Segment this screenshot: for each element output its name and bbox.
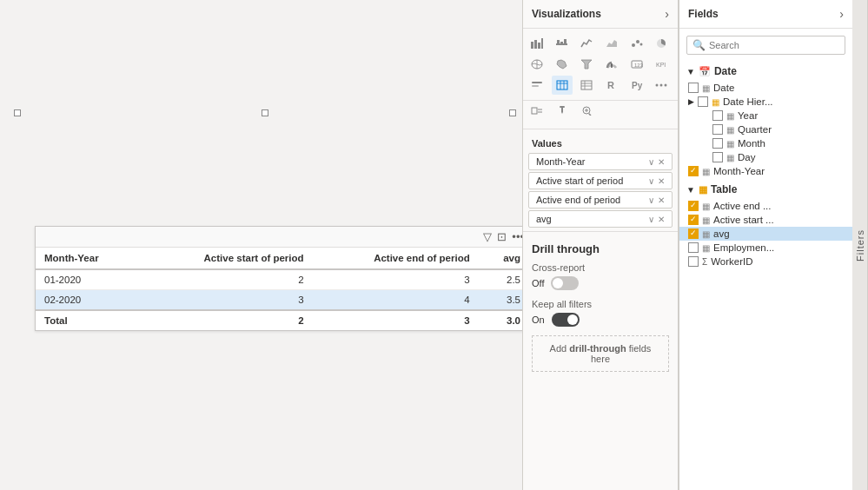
viz-icon-r[interactable]: R — [601, 76, 622, 95]
viz-field-icons-2: ∨ ✕ — [648, 195, 665, 205]
field-check-month[interactable] — [712, 138, 723, 149]
svg-rect-0 — [531, 42, 533, 49]
field-check-day[interactable] — [712, 152, 723, 162]
fields-close-icon[interactable]: › — [839, 7, 844, 21]
field-item-employment[interactable]: ▦ Employmen... — [679, 241, 852, 255]
field-x-icon-3[interactable]: ✕ — [658, 215, 665, 224]
table-group-icon: ▦ — [699, 184, 707, 195]
field-check-avg[interactable] — [688, 228, 699, 239]
field-check-month-year[interactable] — [688, 166, 699, 176]
field-group-date-header[interactable]: ▼ 📅 Date — [679, 62, 852, 81]
field-icon-month: ▦ — [726, 139, 734, 149]
field-label-workerid: WorkerID — [711, 256, 752, 267]
field-check-employment[interactable] — [688, 242, 699, 253]
viz-icon-gauge[interactable] — [601, 55, 622, 74]
field-item-month[interactable]: ▦ Month — [679, 136, 852, 150]
field-item-year[interactable]: ▦ Year — [679, 109, 852, 122]
viz-icon-kpi[interactable]: KPI — [651, 55, 672, 74]
viz-icon-pie[interactable] — [651, 34, 672, 53]
viz-field-avg[interactable]: avg ∨ ✕ — [528, 210, 673, 228]
viz-icon-matrix[interactable] — [576, 76, 597, 95]
viz-icon-line[interactable] — [576, 34, 597, 53]
viz-panel-close-icon[interactable]: › — [665, 7, 669, 21]
keep-filters-toggle[interactable] — [552, 313, 580, 327]
viz-icon-map[interactable] — [527, 55, 547, 74]
fields-search-input[interactable] — [709, 40, 839, 50]
svg-text:123: 123 — [634, 63, 643, 68]
viz-icon-funnel[interactable] — [576, 55, 597, 74]
field-x-icon-1[interactable]: ✕ — [658, 176, 665, 186]
field-item-quarter[interactable]: ▦ Quarter — [679, 122, 852, 136]
svg-rect-20 — [532, 82, 542, 83]
chevron-right-icon: ▶ — [688, 97, 694, 106]
svg-point-11 — [639, 43, 642, 46]
viz-icon-column[interactable] — [552, 34, 573, 53]
viz-icon-area[interactable] — [601, 34, 622, 53]
field-item-active-end[interactable]: ▦ Active end ... — [679, 199, 852, 213]
field-dropdown-icon-0[interactable]: ∨ — [648, 157, 654, 167]
table-visual: ▽ ⊡ ••• Month-Year Active start of perio… — [35, 226, 530, 331]
viz-icon-python[interactable]: Py — [626, 76, 647, 95]
field-item-avg[interactable]: ▦ avg — [679, 227, 852, 241]
field-dropdown-icon-1[interactable]: ∨ — [648, 176, 654, 186]
viz-icon-card[interactable]: 123 — [626, 55, 647, 74]
viz-field-active-end[interactable]: Active end of period ∨ ✕ — [528, 191, 673, 209]
svg-rect-38 — [560, 106, 565, 108]
add-drill-through-box[interactable]: Add drill-through fields here — [532, 335, 669, 372]
field-item-date[interactable]: ▦ Date — [679, 81, 852, 95]
total-label: Total — [36, 310, 141, 330]
field-x-icon-2[interactable]: ✕ — [658, 195, 665, 205]
field-x-icon-0[interactable]: ✕ — [658, 157, 665, 167]
viz-field-active-start[interactable]: Active start of period ∨ ✕ — [528, 172, 673, 189]
field-label-avg-field: avg — [713, 228, 730, 239]
svg-line-40 — [589, 114, 591, 116]
drill-through-title: Drill through — [532, 242, 669, 255]
cross-report-toggle[interactable] — [551, 276, 579, 290]
viz-field-month-year[interactable]: Month-Year ∨ ✕ — [528, 153, 673, 170]
field-check-year[interactable] — [712, 110, 723, 121]
field-check-date[interactable] — [688, 83, 699, 93]
field-dropdown-icon-2[interactable]: ∨ — [648, 195, 654, 205]
total-active-end: 3 — [313, 310, 479, 330]
field-check-active-end[interactable] — [688, 201, 699, 211]
field-dropdown-icon-3[interactable]: ∨ — [648, 215, 654, 224]
field-item-month-year[interactable]: ▦ Month-Year — [679, 164, 852, 178]
table-toolbar: ▽ ⊡ ••• — [36, 227, 529, 248]
table-row[interactable]: 01-2020 2 3 2.5 — [36, 269, 529, 290]
viz-icon-bar[interactable] — [527, 34, 547, 53]
field-check-active-start[interactable] — [688, 215, 699, 225]
cell-active-start-1: 2 — [141, 269, 313, 290]
cross-report-off-label: Off — [532, 278, 544, 288]
resize-handle-bl[interactable] — [14, 109, 21, 116]
viz-icon-format[interactable] — [527, 101, 547, 120]
viz-icon-slicer[interactable] — [527, 76, 547, 95]
field-item-workerid[interactable]: Σ WorkerID — [679, 255, 852, 268]
filter-icon[interactable]: ▽ — [483, 230, 492, 243]
fields-search-box[interactable]: 🔍 — [686, 36, 845, 55]
resize-handle-br[interactable] — [509, 109, 516, 116]
svg-point-32 — [656, 84, 659, 87]
field-label-date: Date — [713, 83, 734, 93]
viz-icon-analytics[interactable] — [576, 101, 597, 120]
svg-rect-5 — [557, 40, 560, 43]
filters-sidebar[interactable]: Filters — [852, 0, 868, 490]
viz-icon-scatter[interactable] — [626, 34, 647, 53]
field-check-workerid[interactable] — [688, 256, 699, 267]
field-item-active-start[interactable]: ▦ Active start ... — [679, 213, 852, 227]
field-check-date-hier[interactable] — [698, 96, 708, 107]
svg-text:R: R — [607, 80, 614, 90]
svg-rect-2 — [538, 43, 540, 49]
field-item-date-hier-header[interactable]: ▶ ▦ Date Hier... — [679, 95, 852, 109]
viz-panel-title: Visualizations — [532, 8, 601, 20]
viz-icon-filled-map[interactable] — [552, 55, 573, 74]
field-item-day[interactable]: ▦ Day — [679, 150, 852, 164]
viz-divider — [523, 129, 678, 129]
viz-icon-more[interactable] — [651, 76, 672, 95]
viz-icon-paint[interactable] — [552, 101, 573, 120]
table-row[interactable]: 02-2020 3 4 3.5 — [36, 290, 529, 311]
resize-handle-bm[interactable] — [262, 109, 268, 116]
field-check-quarter[interactable] — [712, 124, 723, 135]
field-group-table-header[interactable]: ▼ ▦ Table — [679, 180, 852, 199]
focus-icon[interactable]: ⊡ — [497, 230, 507, 243]
viz-icon-table[interactable] — [552, 76, 573, 95]
